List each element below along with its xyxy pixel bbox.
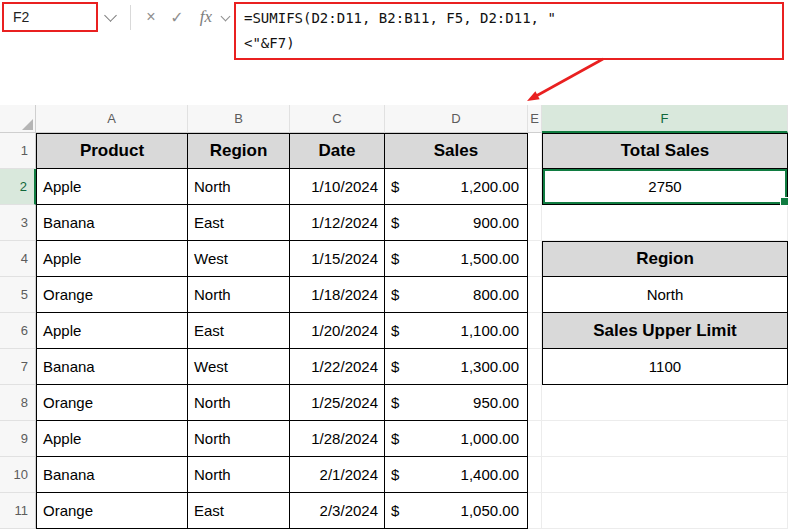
cell-f11[interactable] — [542, 493, 788, 529]
cell-a1[interactable]: Product — [36, 133, 188, 169]
cell-a2[interactable]: Apple — [36, 169, 188, 205]
amount: 1,500.00 — [461, 250, 519, 267]
cell-b4[interactable]: West — [188, 241, 290, 277]
row-header-11[interactable]: 11 — [0, 493, 36, 529]
cell-a11[interactable]: Orange — [36, 493, 188, 529]
cell-d1[interactable]: Sales — [385, 133, 528, 169]
row-header-10[interactable]: 10 — [0, 457, 36, 493]
cell-e5[interactable] — [528, 277, 542, 313]
cell-b7[interactable]: West — [188, 349, 290, 385]
cell-c7[interactable]: 1/22/2024 — [290, 349, 385, 385]
cell-a9[interactable]: Apple — [36, 421, 188, 457]
cell-e4[interactable] — [528, 241, 542, 277]
cell-b6[interactable]: East — [188, 313, 290, 349]
row-header-6[interactable]: 6 — [0, 313, 36, 349]
cell-f10[interactable] — [542, 457, 788, 493]
cell-b1[interactable]: Region — [188, 133, 290, 169]
cell-a6[interactable]: Apple — [36, 313, 188, 349]
cell-b9[interactable]: North — [188, 421, 290, 457]
row-header-9[interactable]: 9 — [0, 421, 36, 457]
cell-f8[interactable] — [542, 385, 788, 421]
cell-a8[interactable]: Orange — [36, 385, 188, 421]
cell-b8[interactable]: North — [188, 385, 290, 421]
cell-b11[interactable]: East — [188, 493, 290, 529]
insert-function-icon[interactable]: fx — [192, 2, 220, 32]
row-header-1[interactable]: 1 — [0, 133, 36, 169]
cell-e8[interactable] — [528, 385, 542, 421]
currency-symbol: $ — [391, 358, 399, 375]
column-header-f[interactable]: F — [542, 105, 788, 133]
select-all-corner[interactable] — [0, 105, 36, 133]
cell-a10[interactable]: Banana — [36, 457, 188, 493]
column-header-a[interactable]: A — [36, 105, 188, 133]
cell-f1[interactable]: Total Sales — [542, 133, 788, 169]
cell-a4[interactable]: Apple — [36, 241, 188, 277]
cell-e1[interactable] — [528, 133, 542, 169]
cell-d9[interactable]: $ 1,000.00 — [385, 421, 528, 457]
name-box[interactable]: F2 — [4, 4, 96, 30]
column-header-d[interactable]: D — [385, 105, 528, 133]
cell-f7[interactable]: 1100 — [542, 349, 788, 385]
cell-c3[interactable]: 1/12/2024 — [290, 205, 385, 241]
cell-c11[interactable]: 2/3/2024 — [290, 493, 385, 529]
formula-input[interactable]: =SUMIFS(D2:D11, B2:B11, F5, D2:D11, "<"&… — [236, 4, 782, 58]
fx-chevron-down-icon[interactable] — [221, 12, 231, 22]
cell-e11[interactable] — [528, 493, 542, 529]
column-header-b[interactable]: B — [188, 105, 290, 133]
cell-b3[interactable]: East — [188, 205, 290, 241]
cell-f5[interactable]: North — [542, 277, 788, 313]
cell-d5[interactable]: $ 800.00 — [385, 277, 528, 313]
currency-symbol: $ — [391, 250, 399, 267]
row-header-8[interactable]: 8 — [0, 385, 36, 421]
cell-d4[interactable]: $ 1,500.00 — [385, 241, 528, 277]
cell-f4[interactable]: Region — [542, 241, 788, 277]
cell-e3[interactable] — [528, 205, 542, 241]
cell-e9[interactable] — [528, 421, 542, 457]
row-header-7[interactable]: 7 — [0, 349, 36, 385]
cell-f6[interactable]: Sales Upper Limit — [542, 313, 788, 349]
currency-symbol: $ — [391, 178, 399, 195]
cell-a7[interactable]: Banana — [36, 349, 188, 385]
amount: 800.00 — [473, 286, 519, 303]
row-header-4[interactable]: 4 — [0, 241, 36, 277]
cell-d8[interactable]: $ 950.00 — [385, 385, 528, 421]
cell-d2[interactable]: $ 1,200.00 — [385, 169, 528, 205]
cell-d3[interactable]: $ 900.00 — [385, 205, 528, 241]
row-header-2[interactable]: 2 — [0, 169, 36, 205]
cell-c10[interactable]: 2/1/2024 — [290, 457, 385, 493]
cell-b5[interactable]: North — [188, 277, 290, 313]
cell-c2[interactable]: 1/10/2024 — [290, 169, 385, 205]
cell-c5[interactable]: 1/18/2024 — [290, 277, 385, 313]
column-header-c[interactable]: C — [290, 105, 385, 133]
cell-f9[interactable] — [542, 421, 788, 457]
enter-icon[interactable]: ✓ — [164, 2, 190, 32]
cell-d10[interactable]: $ 1,400.00 — [385, 457, 528, 493]
cell-e10[interactable] — [528, 457, 542, 493]
amount: 1,100.00 — [461, 322, 519, 339]
cell-f2-selected[interactable]: 2750 — [542, 169, 788, 205]
amount: 1,200.00 — [461, 178, 519, 195]
amount: 1,000.00 — [461, 430, 519, 447]
row-header-5[interactable]: 5 — [0, 277, 36, 313]
currency-symbol: $ — [391, 502, 399, 519]
cell-c9[interactable]: 1/28/2024 — [290, 421, 385, 457]
cell-e6[interactable] — [528, 313, 542, 349]
cell-a3[interactable]: Banana — [36, 205, 188, 241]
cell-d6[interactable]: $ 1,100.00 — [385, 313, 528, 349]
cell-c1[interactable]: Date — [290, 133, 385, 169]
cell-e7[interactable] — [528, 349, 542, 385]
cell-c8[interactable]: 1/25/2024 — [290, 385, 385, 421]
cell-d11[interactable]: $ 1,050.00 — [385, 493, 528, 529]
cell-b2[interactable]: North — [188, 169, 290, 205]
cancel-icon[interactable]: × — [138, 2, 164, 32]
cell-e2[interactable] — [528, 169, 542, 205]
cell-a5[interactable]: Orange — [36, 277, 188, 313]
cell-b10[interactable]: North — [188, 457, 290, 493]
name-box-chevron-down-icon[interactable] — [104, 9, 117, 22]
cell-c4[interactable]: 1/15/2024 — [290, 241, 385, 277]
cell-d7[interactable]: $ 1,300.00 — [385, 349, 528, 385]
row-header-3[interactable]: 3 — [0, 205, 36, 241]
cell-c6[interactable]: 1/20/2024 — [290, 313, 385, 349]
cell-f3[interactable] — [542, 205, 788, 241]
column-header-e[interactable]: E — [528, 105, 542, 133]
